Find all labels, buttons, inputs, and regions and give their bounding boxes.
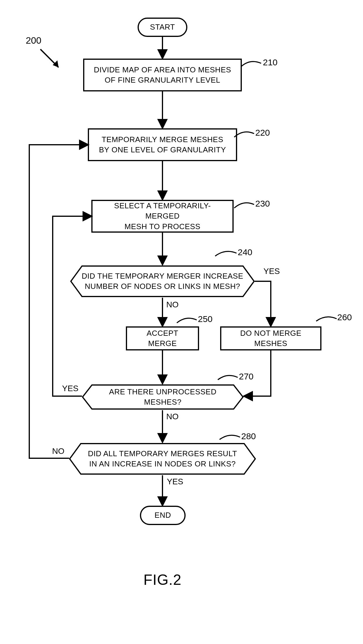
ref-240: 240 — [238, 247, 252, 257]
ref-210: 210 — [263, 57, 278, 67]
step-230: SELECT A TEMPORARILY-MERGED MESH TO PROC… — [91, 200, 234, 233]
edge-270-no: NO — [166, 412, 179, 421]
figure-label: FIG.2 — [143, 571, 182, 588]
step-260-label: DO NOT MERGE MESHES — [229, 328, 313, 349]
decision-280-label: DID ALL TEMPORARY MERGES RESULT IN AN IN… — [88, 449, 237, 469]
decision-270: ARE THERE UNPROCESSED MESHES? — [81, 384, 244, 410]
ref-230: 230 — [255, 199, 270, 209]
end-label: END — [155, 510, 171, 520]
flowchart-ref-label: 200 — [26, 35, 41, 46]
ref-280: 280 — [241, 431, 256, 441]
step-210: DIVIDE MAP OF AREA INTO MESHES OF FINE G… — [83, 59, 242, 91]
ref-270: 270 — [239, 372, 254, 381]
start-label: START — [150, 22, 175, 32]
start-node: START — [138, 18, 187, 37]
edge-280-no: NO — [52, 447, 64, 456]
step-250-label: ACCEPT MERGE — [135, 328, 190, 349]
flow-arrows — [0, 0, 363, 644]
decision-270-label: ARE THERE UNPROCESSED MESHES? — [90, 387, 235, 407]
ref-220: 220 — [255, 128, 270, 138]
edge-280-yes: YES — [167, 477, 183, 486]
step-220: TEMPORARILY MERGE MESHES BY ONE LEVEL OF… — [88, 128, 237, 161]
decision-240-label: DID THE TEMPORARY MERGER INCREASE NUMBER… — [82, 271, 243, 292]
edge-240-no: NO — [166, 300, 179, 309]
step-210-label: DIVIDE MAP OF AREA INTO MESHES OF FINE G… — [94, 65, 231, 85]
step-220-label: TEMPORARILY MERGE MESHES BY ONE LEVEL OF… — [99, 134, 226, 155]
decision-240: DID THE TEMPORARY MERGER INCREASE NUMBER… — [70, 265, 255, 298]
step-250: ACCEPT MERGE — [126, 326, 199, 350]
end-node: END — [140, 506, 186, 525]
ref-260: 260 — [337, 312, 352, 322]
step-230-label: SELECT A TEMPORARILY-MERGED MESH TO PROC… — [100, 201, 225, 231]
step-260: DO NOT MERGE MESHES — [220, 326, 321, 350]
ref-250: 250 — [198, 314, 213, 324]
edge-270-yes: YES — [62, 384, 78, 393]
decision-280: DID ALL TEMPORARY MERGES RESULT IN AN IN… — [69, 442, 256, 475]
edge-240-yes: YES — [263, 267, 280, 276]
